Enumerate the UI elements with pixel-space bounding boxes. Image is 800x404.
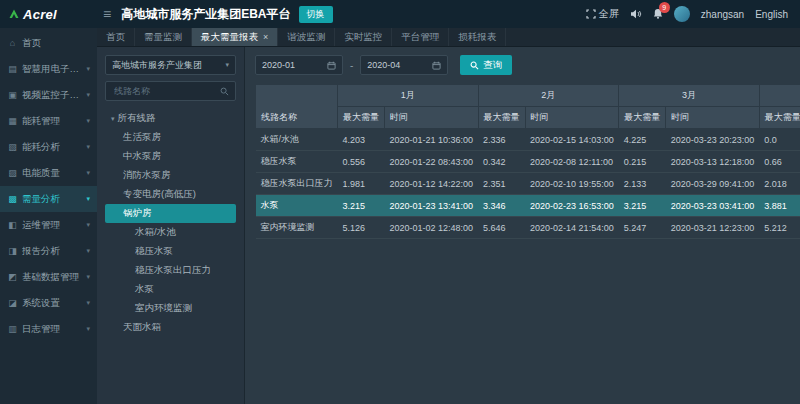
demand-cell: 4.203 (338, 129, 385, 151)
tree-node[interactable]: 水泵 (105, 280, 236, 299)
tree-node[interactable]: 天面水箱 (105, 318, 236, 337)
tree-node[interactable]: 锅炉房 (105, 204, 236, 223)
tree-node-label: 稳压水泵 (135, 245, 173, 258)
chevron-down-icon: ▾ (86, 221, 90, 229)
tree-node[interactable]: 室内环境监测 (105, 299, 236, 318)
table-row[interactable]: 稳压水泵出口压力1.9812020-01-12 14:22:002.351202… (256, 173, 800, 195)
close-tab-icon[interactable]: × (263, 32, 268, 42)
avatar[interactable] (674, 6, 690, 22)
chevron-down-icon: ▾ (86, 195, 90, 203)
tree-node[interactable]: ▾所有线路 (105, 109, 236, 128)
tab-需量监测[interactable]: 需量监测 (135, 28, 192, 46)
sound-icon[interactable] (630, 9, 642, 19)
sidebar-item-label: 运维管理 (22, 219, 60, 232)
logo-area: Acrel (0, 7, 97, 22)
month-header: 1月 (338, 85, 479, 107)
tree-node[interactable]: 水箱/水池 (105, 223, 236, 242)
tree-node-label: 水泵 (135, 283, 154, 296)
notification-bell[interactable]: 9 (653, 8, 663, 21)
tab-损耗报表[interactable]: 损耗报表 (449, 28, 506, 46)
demand-cell: 0.556 (338, 151, 385, 173)
switch-button[interactable]: 切换 (299, 6, 333, 23)
sidebar-item-电能质量[interactable]: ▨电能质量▾ (0, 160, 97, 186)
demand-header: 最大需量 (478, 107, 525, 129)
demand-cell: 3.215 (619, 195, 666, 217)
page-title: 高地城市服务产业集团EBA平台 (121, 6, 290, 23)
sidebar-item-首页[interactable]: ⌂首页 (0, 30, 97, 56)
hamburger-icon[interactable]: ≡ (103, 6, 111, 22)
tree-node-label: 中水泵房 (123, 150, 161, 163)
username[interactable]: zhangsan (701, 9, 744, 20)
sidebar-item-label: 智慧用电子系统 (22, 63, 82, 76)
tab-实时监控[interactable]: 实时监控 (335, 28, 392, 46)
demand-cell: 3.881 (759, 195, 800, 217)
chevron-down-icon: ▾ (111, 115, 115, 123)
end-date-picker[interactable]: 2020-04 (360, 55, 448, 75)
time-cell: 2020-03-29 09:41:00 (666, 173, 760, 195)
fullscreen-icon (586, 9, 596, 19)
home-icon: ⌂ (7, 38, 18, 48)
tab-谐波监测[interactable]: 谐波监测 (278, 28, 335, 46)
sidebar-item-label: 首页 (22, 37, 41, 50)
demand-cell: 1.981 (338, 173, 385, 195)
tree-node-label: 生活泵房 (123, 131, 161, 144)
chevron-down-icon: ▾ (86, 299, 90, 307)
query-button[interactable]: 查询 (460, 55, 512, 75)
tree-node[interactable]: 稳压水泵出口压力 (105, 261, 236, 280)
smart-power-icon: ▤ (7, 64, 18, 74)
table-row[interactable]: 稳压水泵0.5562020-01-22 08:43:000.3422020-02… (256, 151, 800, 173)
demand-cell: 0.66 (759, 151, 800, 173)
tab-最大需量报表[interactable]: 最大需量报表× (192, 28, 278, 46)
demand-cell: 0.342 (478, 151, 525, 173)
sidebar-item-基础数据管理[interactable]: ◩基础数据管理▾ (0, 264, 97, 290)
sidebar-item-label: 电能质量 (22, 167, 60, 180)
table-row[interactable]: 水泵3.2152020-01-23 13:41:003.3462020-02-2… (256, 195, 800, 217)
demand-cell: 3.215 (338, 195, 385, 217)
time-cell: 2020-02-14 21:54:00 (525, 217, 619, 239)
start-date-picker[interactable]: 2020-01 (255, 55, 343, 75)
language-switch[interactable]: English (755, 9, 788, 20)
time-cell: 2020-03-21 12:23:00 (666, 217, 760, 239)
demand-cell: 4.225 (619, 129, 666, 151)
tree-node[interactable]: 稳压水泵 (105, 242, 236, 261)
sidebar-item-label: 日志管理 (22, 323, 60, 336)
tree-node-label: 室内环境监测 (135, 302, 192, 315)
demand-header: 最大需量 (759, 107, 800, 129)
header-right: 全屏 9 zhangsan English (586, 6, 800, 22)
time-cell: 2020-01-02 12:48:00 (385, 217, 479, 239)
sidebar-item-视频监控子系统[interactable]: ▣视频监控子系统▾ (0, 82, 97, 108)
sidebar-item-需量分析[interactable]: ▩需量分析▾ (0, 186, 97, 212)
sidebar-item-label: 能耗管理 (22, 115, 60, 128)
tab-首页[interactable]: 首页 (97, 28, 135, 46)
sidebar-item-日志管理[interactable]: ▥日志管理▾ (0, 316, 97, 342)
time-header: 时间 (525, 107, 619, 129)
org-selector[interactable]: 高地城市服务产业集团 ▾ (105, 55, 236, 75)
tree-node[interactable]: 专变电房(高低压) (105, 185, 236, 204)
month-header: 2月 (478, 85, 619, 107)
sidebar-item-运维管理[interactable]: ◧运维管理▾ (0, 212, 97, 238)
sidebar-item-能耗分析[interactable]: ▧能耗分析▾ (0, 134, 97, 160)
line-search-input[interactable] (112, 85, 216, 97)
table-row[interactable]: 水箱/水池4.2032020-01-21 10:36:002.3362020-0… (256, 129, 800, 151)
tree-node-label: 水箱/水池 (135, 226, 176, 239)
tree-node[interactable]: 中水泵房 (105, 147, 236, 166)
chevron-down-icon: ▾ (86, 143, 90, 151)
tree-node[interactable]: 消防水泵房 (105, 166, 236, 185)
sidebar-item-报告分析[interactable]: ◨报告分析▾ (0, 238, 97, 264)
tab-label: 首页 (106, 31, 125, 44)
time-cell: 2020-02-10 19:55:00 (525, 173, 619, 195)
tab-label: 谐波监测 (287, 31, 325, 44)
sidebar-item-能耗管理[interactable]: ▦能耗管理▾ (0, 108, 97, 134)
sidebar-item-智慧用电子系统[interactable]: ▤智慧用电子系统▾ (0, 56, 97, 82)
demand-cell: 5.212 (759, 217, 800, 239)
table-row[interactable]: 室内环境监测5.1262020-01-02 12:48:005.6462020-… (256, 217, 800, 239)
search-icon[interactable] (220, 87, 229, 96)
tab-平台管理[interactable]: 平台管理 (392, 28, 449, 46)
tree-node[interactable]: 生活泵房 (105, 128, 236, 147)
video-icon: ▣ (7, 90, 18, 100)
query-toolbar: 2020-01 - 2020-04 (255, 55, 790, 75)
time-cell: 2020-01-21 10:36:00 (385, 129, 479, 151)
sidebar-item-系统设置[interactable]: ◪系统设置▾ (0, 290, 97, 316)
chevron-down-icon: ▾ (86, 91, 90, 99)
fullscreen-button[interactable]: 全屏 (586, 7, 619, 21)
